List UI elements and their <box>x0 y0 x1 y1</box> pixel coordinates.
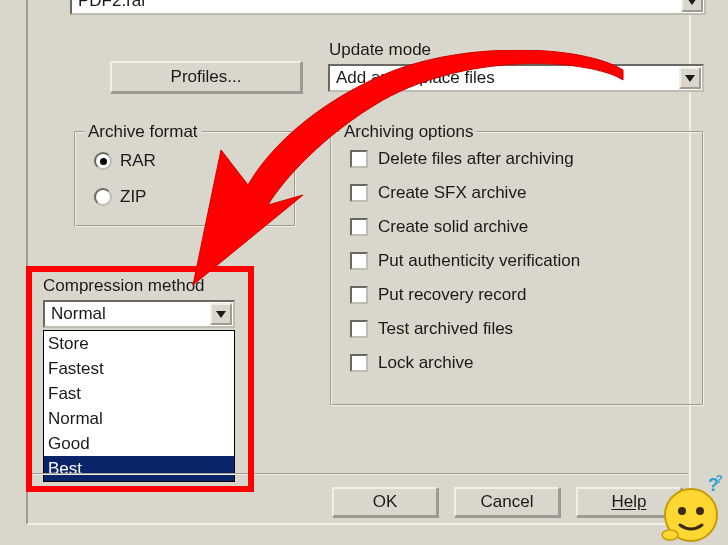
check-label: Put recovery record <box>378 285 526 305</box>
update-mode-value: Add and replace files <box>336 68 495 88</box>
compression-dropdown-button[interactable] <box>210 303 232 325</box>
check-test[interactable]: Test archived files <box>350 319 513 339</box>
svg-text:?: ? <box>716 475 723 485</box>
check-sfx[interactable]: Create SFX archive <box>350 183 526 203</box>
check-delete-after[interactable]: Delete files after archiving <box>350 149 574 169</box>
help-button-label: Help <box>612 492 647 512</box>
archiving-options-fieldset: Archiving options Delete files after arc… <box>330 131 704 406</box>
cancel-button[interactable]: Cancel <box>454 487 560 517</box>
ok-button[interactable]: OK <box>332 487 438 517</box>
archive-format-fieldset: Archive format RAR ZIP <box>74 131 296 227</box>
radio-rar[interactable] <box>94 152 112 170</box>
check-label: Test archived files <box>378 319 513 339</box>
check-label: Create SFX archive <box>378 183 526 203</box>
check-authenticity[interactable]: Put authenticity verification <box>350 251 580 271</box>
compression-option-fast[interactable]: Fast <box>44 381 234 406</box>
radio-rar-label: RAR <box>120 151 156 171</box>
dialog-buttons: OK Cancel Help <box>332 487 682 517</box>
check-label: Delete files after archiving <box>378 149 574 169</box>
checkbox[interactable] <box>350 320 368 338</box>
check-label: Create solid archive <box>378 217 528 237</box>
checkbox[interactable] <box>350 286 368 304</box>
profiles-button[interactable]: Profiles... <box>110 61 302 93</box>
archive-format-legend: Archive format <box>84 122 202 142</box>
checkbox[interactable] <box>350 252 368 270</box>
archive-name-dropdown-button[interactable] <box>681 0 703 12</box>
chevron-down-icon <box>216 311 226 318</box>
compression-method-group: Compression method Normal <box>43 276 249 328</box>
radio-rar-row[interactable]: RAR <box>94 151 156 171</box>
compression-dropdown-list[interactable]: Store Fastest Fast Normal Good Best <box>43 330 235 482</box>
compression-option-good[interactable]: Good <box>44 431 234 456</box>
compression-method-select[interactable]: Normal <box>43 300 235 328</box>
divider <box>28 473 688 475</box>
check-label: Put authenticity verification <box>378 251 580 271</box>
update-mode-dropdown-button[interactable] <box>679 67 701 89</box>
svg-text:?: ? <box>708 475 719 495</box>
check-solid[interactable]: Create solid archive <box>350 217 528 237</box>
update-mode-label: Update mode <box>329 40 431 60</box>
checkbox[interactable] <box>350 354 368 372</box>
check-lock[interactable]: Lock archive <box>350 353 473 373</box>
checkbox[interactable] <box>350 184 368 202</box>
compression-option-best[interactable]: Best <box>44 456 234 481</box>
compression-option-fastest[interactable]: Fastest <box>44 356 234 381</box>
radio-zip-label: ZIP <box>120 187 146 207</box>
svg-point-5 <box>662 530 678 540</box>
svg-point-2 <box>696 507 704 515</box>
check-label: Lock archive <box>378 353 473 373</box>
archiving-options-legend: Archiving options <box>340 122 477 142</box>
compression-option-normal[interactable]: Normal <box>44 406 234 431</box>
help-button[interactable]: Help <box>576 487 682 517</box>
compression-method-value: Normal <box>51 304 106 324</box>
archive-name-input[interactable]: PDF2.rar <box>70 0 706 15</box>
compression-option-store[interactable]: Store <box>44 331 234 356</box>
radio-zip-row[interactable]: ZIP <box>94 187 146 207</box>
archive-name-value: PDF2.rar <box>78 0 147 11</box>
checkbox[interactable] <box>350 218 368 236</box>
chevron-down-icon <box>687 0 697 5</box>
compression-method-label: Compression method <box>43 276 249 296</box>
check-recovery[interactable]: Put recovery record <box>350 285 526 305</box>
update-mode-select[interactable]: Add and replace files <box>328 64 704 92</box>
chevron-down-icon <box>685 75 695 82</box>
radio-zip[interactable] <box>94 188 112 206</box>
checkbox[interactable] <box>350 150 368 168</box>
